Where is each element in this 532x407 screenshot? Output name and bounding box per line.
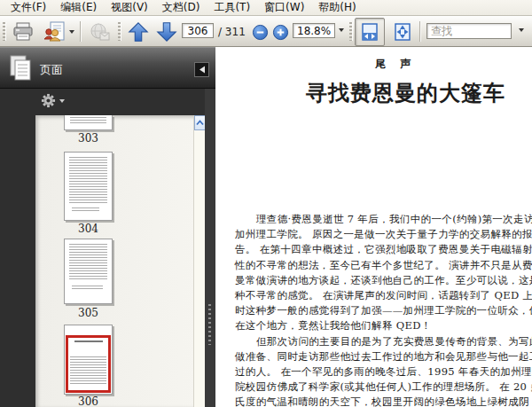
fit-page-button[interactable] — [387, 18, 418, 46]
options-dropdown-caret — [59, 99, 65, 103]
thumbnail-label-305: 305 — [64, 307, 113, 319]
thumbnail-content — [72, 207, 99, 211]
thumbnail-page-303[interactable] — [64, 115, 113, 130]
menu-document[interactable]: 文档(D) — [155, 0, 207, 15]
menu-file[interactable]: 文件(F) — [4, 0, 53, 15]
page-title: 寻找费恩曼的大篷车 — [306, 79, 505, 107]
current-view-rectangle — [66, 335, 111, 393]
pages-panel-title: 页面 — [40, 62, 63, 78]
gear-icon — [41, 93, 56, 108]
thumbnail-content — [70, 117, 106, 124]
thumbnail-page-306[interactable] — [64, 325, 113, 395]
collapse-panel-button[interactable] — [194, 62, 209, 77]
thumbnail-label-306: 306 — [64, 395, 113, 407]
text-line: 做准备、同时走访那些他过去工作过的地方和会见那些与他一起工作 — [235, 349, 530, 364]
thumbnail-content — [69, 244, 107, 279]
text-line: 性的不寻常的想法，至今已有半个多世纪了。 演讲并不只是从费恩 — [235, 258, 530, 273]
text-line: 加州理工学院。 原因之一是做一次关于量子力学的交易解释的报 — [235, 227, 530, 242]
panel-splitter[interactable] — [205, 89, 215, 407]
menu-edit[interactable]: 编辑(E) — [53, 0, 104, 15]
thumbnails-scrollbar[interactable] — [193, 115, 205, 407]
text-line: 告。 在第十四章中概述过，它强烈地吸取了费恩曼关于电磁辐射本 — [235, 242, 530, 257]
pdf-reader-window: 文件(F) 编辑(E) 视图(V) 文档(D) 工具(T) 窗口(W) 帮助(H… — [0, 0, 532, 407]
panel-options-button[interactable] — [41, 93, 65, 108]
chapter-heading: 尾 声 — [375, 57, 412, 72]
search-input[interactable] — [426, 23, 512, 39]
menu-help[interactable]: 帮助(H) — [311, 0, 363, 15]
thumbnail-label-304: 304 — [64, 223, 113, 235]
menu-tools[interactable]: 工具(T) — [207, 0, 257, 15]
menu-view[interactable]: 视图(V) — [104, 0, 155, 15]
zoom-level-value: 18.8% — [297, 25, 331, 37]
zoom-level-box[interactable]: 18.8% — [293, 23, 335, 38]
thumbnail-content — [69, 157, 107, 203]
text-line: 时这种梦一般的感觉得到了加强——加州理工学院的一位听众，偏偏 — [235, 303, 530, 318]
pages-icon — [8, 54, 33, 82]
text-line: 种不寻常的感觉。 在演讲尾声的发问时间，话题转到了 QED 上，那 — [235, 288, 530, 303]
pages-panel-header: 页面 — [0, 47, 215, 89]
thumbnail-content — [72, 286, 103, 289]
next-page-arrow — [155, 20, 178, 43]
body-text: 理查德·费恩曼逝世 7 年后，我们中的一个(约翰)第一次走访了 加州理工学院。 … — [235, 212, 530, 407]
text-line: 过的人。 在一个罕见的多雨的晚冬过后、1995 年春天的加州理工学 — [235, 364, 530, 380]
page-total-label: / 311 — [218, 26, 246, 38]
toolbar-separator — [419, 21, 421, 42]
toolbar-grip[interactable] — [118, 22, 121, 41]
navigation-sidebar: 页面 — [0, 47, 215, 407]
text-line: 氏度的气温和晴朗的天空下，校园里开阔的绿色场地上绿树成阴，装 — [235, 395, 530, 407]
text-line: 院校园仿佛成了科学家(或其他任何人)工作的理想场所。 在 20 多摄 — [235, 380, 530, 395]
share-button[interactable] — [40, 18, 77, 46]
zoom-out-minus-icon — [252, 24, 269, 41]
text-line: 理查德·费恩曼逝世 7 年后，我们中的一个(约翰)第一次走访了 — [235, 212, 530, 227]
printer-icon — [12, 22, 34, 42]
fit-width-button[interactable] — [355, 18, 385, 46]
menu-window[interactable]: 窗口(W) — [257, 0, 311, 15]
fit-width-icon — [360, 22, 379, 42]
chevron-up-icon — [196, 120, 204, 126]
zoom-in-button[interactable] — [269, 21, 292, 43]
search-dropdown-caret[interactable] — [519, 28, 524, 32]
document-page: 尾 声 寻找费恩曼的大篷车 理查德·费恩曼逝世 7 年后，我们中的一个(约翰)第… — [215, 47, 532, 407]
thumbnail-page-304[interactable] — [64, 152, 113, 221]
share-dropdown-caret — [69, 30, 74, 34]
print-button[interactable] — [8, 18, 38, 46]
toolbar-grip[interactable] — [3, 22, 6, 41]
toolbar-grip[interactable] — [349, 22, 353, 41]
thumbnail-label-303: 303 — [64, 132, 113, 145]
toolbar-separator — [80, 21, 82, 42]
text-line: 曼常做演讲的地方谈起，还谈到他自己的工作。至少可以说，这是一 — [235, 273, 530, 288]
page-number-input[interactable] — [182, 23, 214, 38]
previous-page-button[interactable] — [123, 18, 153, 46]
text-line: 但那次访问的主要目的是为了充实费恩曼传奇的背景、为写此书 — [235, 334, 530, 349]
next-page-button[interactable] — [152, 18, 182, 46]
share-document-icon — [43, 21, 66, 43]
thumbnails-panel: 303 304 305 306 — [35, 115, 205, 407]
zoom-in-plus-icon — [272, 24, 289, 41]
main-toolbar: / 311 18.8% — [0, 16, 532, 47]
collapse-left-icon — [199, 66, 206, 74]
email-button[interactable] — [85, 18, 115, 46]
panel-options-row — [35, 89, 205, 115]
email-globe-icon — [90, 22, 111, 42]
previous-page-arrow — [127, 20, 150, 43]
menu-bar: 文件(F) 编辑(E) 视图(V) 文档(D) 工具(T) 窗口(W) 帮助(H… — [0, 0, 532, 16]
splitter-grip — [208, 304, 211, 345]
zoom-dropdown-caret[interactable] — [339, 28, 344, 32]
text-line: 在这个地方，竟然让我给他们解释 QED！ — [235, 318, 530, 333]
thumbnail-page-305[interactable] — [64, 239, 113, 304]
fit-page-icon — [393, 22, 412, 42]
pages-panel-icon[interactable] — [8, 54, 33, 86]
